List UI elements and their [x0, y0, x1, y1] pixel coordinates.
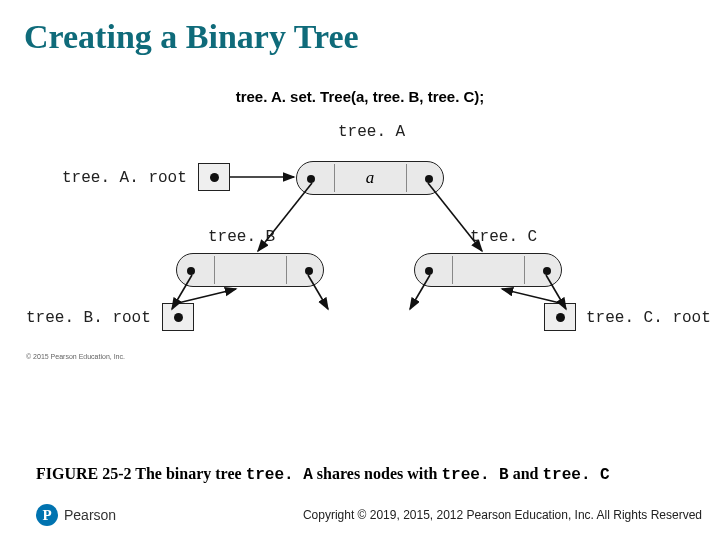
caption-tree-a: tree. A [246, 466, 313, 484]
caption-tree-c: tree. C [542, 466, 609, 484]
figure-caption: FIGURE 25-2 The binary tree tree. A shar… [36, 465, 610, 484]
page-title: Creating a Binary Tree [24, 18, 720, 56]
copyright-footer: Copyright © 2019, 2015, 2012 Pearson Edu… [303, 508, 702, 522]
figure-copyright: © 2015 Pearson Education, Inc. [26, 353, 125, 360]
svg-line-5 [172, 275, 192, 309]
caption-tree-b: tree. B [441, 466, 508, 484]
svg-line-8 [546, 275, 566, 309]
svg-line-4 [502, 289, 560, 303]
arrows-icon [0, 123, 720, 383]
pearson-logo-text: Pearson [64, 507, 116, 523]
svg-line-7 [410, 275, 430, 309]
pearson-logo-icon: P [36, 504, 58, 526]
caption-prefix: FIGURE 25-2 The binary tree [36, 465, 246, 482]
svg-line-1 [258, 183, 312, 251]
caption-mid1: shares nodes with [313, 465, 442, 482]
pearson-logo: P Pearson [36, 504, 116, 526]
svg-line-2 [428, 183, 482, 251]
caption-mid2: and [509, 465, 543, 482]
svg-line-6 [308, 275, 328, 309]
diagram: tree. A tree. A. root a tree. B tree. C … [0, 123, 720, 383]
svg-line-3 [178, 289, 236, 303]
code-call: tree. A. set. Tree(a, tree. B, tree. C); [0, 88, 720, 105]
